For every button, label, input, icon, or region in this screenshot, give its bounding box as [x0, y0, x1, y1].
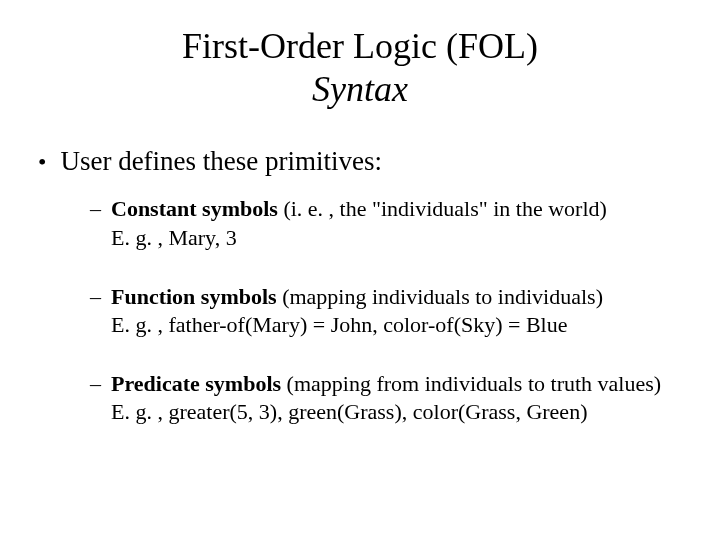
sub-dash: –: [90, 283, 101, 312]
sub-item-constant: – Constant symbols (i. e. , the "individ…: [90, 195, 690, 252]
title-line-1: First-Order Logic (FOL): [30, 25, 690, 68]
sub-example: E. g. , father-of(Mary) = John, color-of…: [111, 312, 567, 337]
title-line-2: Syntax: [30, 68, 690, 111]
sub-content: Function symbols (mapping individuals to…: [111, 283, 603, 340]
bullet-text: User defines these primitives:: [60, 146, 382, 177]
slide-title: First-Order Logic (FOL) Syntax: [30, 25, 690, 111]
sub-item-predicate: – Predicate symbols (mapping from indivi…: [90, 370, 690, 427]
main-bullet: • User defines these primitives:: [30, 146, 690, 177]
sub-dash: –: [90, 370, 101, 399]
sub-bold: Predicate symbols: [111, 371, 281, 396]
bullet-marker: •: [38, 150, 46, 174]
sub-rest: (mapping individuals to individuals): [277, 284, 603, 309]
sub-bold: Constant symbols: [111, 196, 278, 221]
sub-rest: (i. e. , the "individuals" in the world): [278, 196, 607, 221]
sub-example: E. g. , Mary, 3: [111, 225, 237, 250]
sub-item-function: – Function symbols (mapping individuals …: [90, 283, 690, 340]
sub-bold: Function symbols: [111, 284, 277, 309]
sub-rest: (mapping from individuals to truth value…: [281, 371, 661, 396]
sub-content: Predicate symbols (mapping from individu…: [111, 370, 661, 427]
sub-example: E. g. , greater(5, 3), green(Grass), col…: [111, 399, 587, 424]
sub-content: Constant symbols (i. e. , the "individua…: [111, 195, 607, 252]
sub-dash: –: [90, 195, 101, 224]
